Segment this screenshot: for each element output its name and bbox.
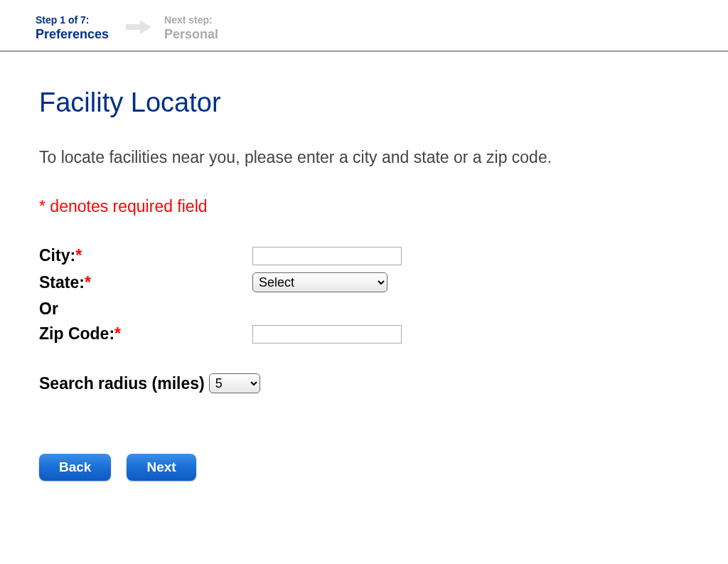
step-current-label: Step 1 of 7: xyxy=(36,14,109,26)
step-next-label: Next step: xyxy=(164,14,218,26)
city-label: City:* xyxy=(39,246,252,265)
zip-input[interactable] xyxy=(252,325,402,344)
state-row: State:* Select xyxy=(39,272,689,292)
radius-label: Search radius (miles) xyxy=(39,374,205,393)
state-label: State:* xyxy=(39,273,252,292)
state-label-text: State: xyxy=(39,273,85,292)
next-button[interactable]: Next xyxy=(127,454,196,481)
instructions-text: To locate facilities near you, please en… xyxy=(39,148,689,167)
back-button[interactable]: Back xyxy=(39,454,111,481)
button-row: Back Next xyxy=(39,454,689,481)
or-label: Or xyxy=(39,299,689,319)
zip-label: Zip Code:* xyxy=(39,324,252,344)
content-area: Facility Locator To locate facilities ne… xyxy=(0,52,728,481)
required-asterisk: * xyxy=(85,273,91,292)
required-note: * denotes required field xyxy=(39,197,689,216)
state-select[interactable]: Select xyxy=(252,272,387,292)
step-current: Step 1 of 7: Preferences xyxy=(36,14,109,42)
step-next: Next step: Personal xyxy=(164,14,218,42)
step-current-name: Preferences xyxy=(36,27,109,42)
page-title: Facility Locator xyxy=(39,87,689,118)
step-header: Step 1 of 7: Preferences Next step: Pers… xyxy=(0,0,728,52)
arrow-right-icon xyxy=(126,18,151,38)
city-row: City:* xyxy=(39,246,689,265)
zip-label-text: Zip Code: xyxy=(39,324,114,343)
step-next-name: Personal xyxy=(164,27,218,42)
required-asterisk: * xyxy=(114,324,121,343)
zip-row: Zip Code:* xyxy=(39,324,689,344)
radius-row: Search radius (miles) 5 xyxy=(39,373,689,393)
required-asterisk: * xyxy=(75,246,82,265)
radius-select[interactable]: 5 xyxy=(209,373,260,393)
city-input[interactable] xyxy=(252,247,402,265)
city-label-text: City: xyxy=(39,246,75,265)
